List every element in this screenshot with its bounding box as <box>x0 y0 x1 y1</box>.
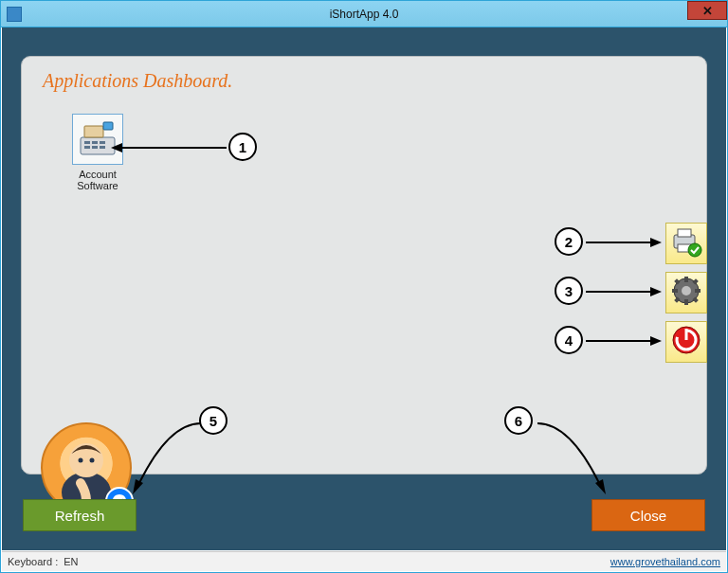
callout-number-2: 2 <box>555 227 583 256</box>
titlebar[interactable]: iShortApp 4.0 ✕ <box>1 1 727 27</box>
close-label: Close <box>630 508 666 524</box>
svg-rect-8 <box>100 146 105 149</box>
power-button[interactable] <box>665 321 707 363</box>
close-button[interactable]: Close <box>592 499 705 531</box>
svg-point-28 <box>79 458 83 463</box>
svg-marker-33 <box>650 238 662 247</box>
svg-rect-16 <box>672 289 678 293</box>
svg-marker-31 <box>111 143 122 152</box>
panel-heading: Applications Dashboard. <box>43 70 232 92</box>
cash-register-icon <box>72 114 123 165</box>
callout-arrow-3 <box>586 289 662 298</box>
svg-point-12 <box>688 243 701 257</box>
svg-rect-17 <box>695 289 701 293</box>
refresh-button[interactable]: Refresh <box>23 499 136 531</box>
svg-point-22 <box>682 286 691 295</box>
svg-rect-3 <box>84 141 90 144</box>
svg-rect-15 <box>684 299 688 305</box>
keyboard-label: Keyboard : <box>8 556 58 567</box>
svg-marker-38 <box>133 479 143 494</box>
svg-rect-10 <box>678 229 691 237</box>
svg-rect-25 <box>685 329 688 340</box>
svg-point-29 <box>90 458 95 463</box>
svg-rect-5 <box>100 141 105 144</box>
svg-rect-4 <box>92 141 98 144</box>
settings-button[interactable] <box>665 272 707 313</box>
dashboard-panel: Applications Dashboard. Account Software <box>21 56 707 475</box>
callout-number-3: 3 <box>555 277 583 305</box>
client-area: Applications Dashboard. Account Software <box>2 27 726 550</box>
gear-icon <box>671 276 701 310</box>
window-close-button[interactable]: ✕ <box>687 1 727 20</box>
callout-arrow-1 <box>111 145 229 154</box>
refresh-label: Refresh <box>55 508 105 524</box>
svg-rect-7 <box>92 146 98 149</box>
printer-check-icon <box>670 225 702 261</box>
callout-number-4: 4 <box>555 326 583 354</box>
side-button-strip <box>665 223 707 363</box>
svg-rect-2 <box>103 122 113 130</box>
keyboard-value: EN <box>64 556 78 567</box>
printer-status-button[interactable] <box>665 223 707 264</box>
app-window: iShortApp 4.0 ✕ Applications Dashboard. <box>0 0 728 573</box>
callout-arrow-5 <box>130 421 206 496</box>
svg-marker-37 <box>650 336 662 346</box>
svg-rect-1 <box>84 126 103 137</box>
callout-arrow-6 <box>533 421 609 496</box>
svg-rect-6 <box>84 146 90 149</box>
callout-number-6: 6 <box>504 406 533 435</box>
app-label: Account Software <box>67 169 128 191</box>
close-icon: ✕ <box>702 4 713 18</box>
power-icon <box>671 325 701 359</box>
svg-marker-35 <box>650 287 662 296</box>
svg-marker-39 <box>595 479 606 494</box>
svg-rect-14 <box>684 277 688 282</box>
callout-number-1: 1 <box>228 133 257 161</box>
callout-arrow-2 <box>586 240 662 249</box>
website-link[interactable]: www.grovethailand.com <box>610 556 720 567</box>
callout-arrow-4 <box>586 338 662 348</box>
window-title: iShortApp 4.0 <box>1 8 727 21</box>
status-bar: Keyboard : EN www.grovethailand.com <box>2 551 726 571</box>
